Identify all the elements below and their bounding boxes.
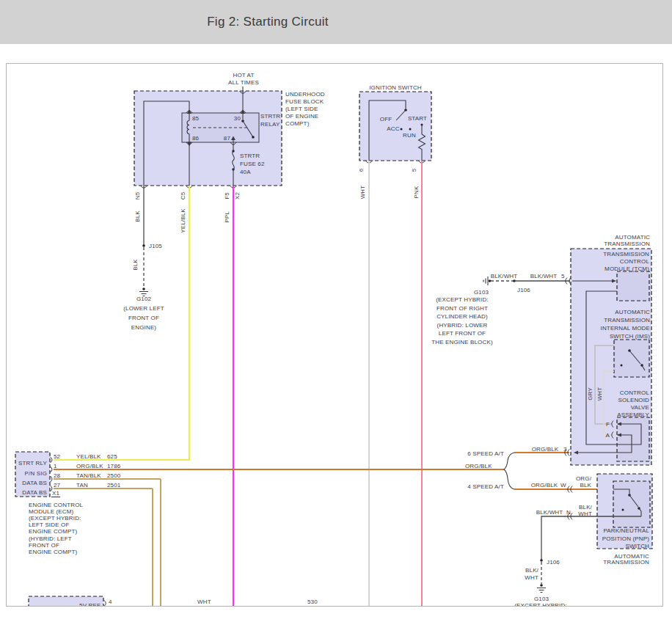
wire-label-blk: BLK — [134, 211, 141, 222]
ecm-name: LEFT SIDE OF — [29, 522, 69, 528]
wire-label-blk-wht: BLK/WHT — [536, 509, 563, 516]
relay-name: STRTR — [260, 113, 280, 120]
ecm-circuit: 625 — [107, 453, 117, 460]
ecm-wire-color: ORG/BLK — [76, 463, 103, 469]
ecm-signal: STRT RLY — [18, 460, 48, 466]
position-run: RUN — [403, 132, 416, 139]
pnp-name: SWITCH — [626, 543, 650, 549]
g103-bottom-ground: J106 BLK/ WHT G103 (EXCEPT HYBRID: — [514, 559, 566, 606]
solenoid-name: VALVE — [631, 404, 649, 411]
fuse-name: 40A — [240, 169, 251, 175]
relay-name: RELAY — [260, 121, 280, 128]
ecm-name: FRONT OF — [29, 542, 59, 549]
bottom-pin: 4 — [109, 599, 112, 605]
ims-inner-box — [614, 340, 649, 377]
wire-label-org-blk-stacked: ORG/ — [576, 475, 592, 482]
solenoid-name: ASSEMBLY — [617, 411, 649, 418]
fuse-block-name: OF ENGINE — [285, 113, 318, 120]
relay-pin-85: 85 — [192, 115, 200, 122]
ecm-signal: DATA BS — [22, 480, 47, 486]
fuse-block-name: COMPT) — [285, 120, 310, 127]
ecm-circuit: 1786 — [107, 463, 121, 469]
pin-3: 3 — [563, 446, 567, 453]
ecm-wire-color: TAN/BLK — [76, 472, 101, 479]
pin-w: W — [560, 482, 566, 489]
g103-label: G103 — [534, 596, 549, 602]
ims-name: INTERNAL MODE — [601, 325, 650, 332]
auto-trans-title: AUTOMATIC — [615, 234, 650, 241]
relay-pin-87: 87 — [224, 135, 231, 142]
solenoid-name: CONTROL — [620, 389, 650, 396]
hot-at-label: HOT AT — [233, 72, 254, 78]
split-brace — [504, 453, 514, 489]
ecm-circuit: 2501 — [107, 482, 121, 489]
pin-5: 5 — [411, 168, 417, 172]
pin-n: N — [566, 509, 571, 516]
position-off: OFF — [380, 116, 392, 122]
bottom-module: 5V REF 4 WHT 530 — [29, 596, 318, 606]
wire-label-blk-wht-stacked: WHT — [525, 574, 538, 581]
wiring-diagram-page: Fig 2: Starting Circuit — [0, 0, 672, 622]
pin-f5: F5 — [224, 192, 230, 200]
figure-header: Fig 2: Starting Circuit — [0, 0, 672, 44]
ecm-signal: P/N SIG — [25, 470, 47, 477]
ecm-connector-x1: X1 — [52, 490, 59, 497]
six-speed-label: 6 SPEED A/T — [467, 450, 504, 457]
relay-pin-30: 30 — [234, 115, 241, 122]
j105-label: J105 — [149, 243, 162, 249]
ecm-name: ENGINE CONTROL — [29, 502, 84, 508]
hot-at-label: ALL TIMES — [228, 79, 259, 86]
g103-location: (EXCEPT HYBRID: — [436, 296, 488, 303]
wire-label-blk-wht: BLK/WHT — [530, 273, 558, 279]
ground-icon — [139, 288, 148, 296]
wire-label-org-blk-stacked: BLK — [580, 482, 591, 489]
g103-location: THE ENGINE BLOCK) — [431, 339, 493, 345]
pnp-inner-box — [613, 481, 650, 527]
ecm-name: ENGINE COMPT) — [29, 549, 78, 555]
ecm-wire-color: TAN — [76, 482, 88, 489]
fuse-block-name: UNDERHOOD — [285, 91, 325, 98]
vertical-wires — [54, 161, 422, 606]
ecm-circuit: 2500 — [107, 472, 121, 479]
wire-label-blk-wht-stacked: BLK/ — [579, 504, 593, 511]
ecm-signal: DATA BS — [22, 489, 47, 496]
ecm: STRT RLY P/N SIG DATA BS DATA BS 52 1 28… — [15, 452, 504, 606]
four-speed-label: 4 SPEED A/T — [467, 483, 504, 490]
bottom-wire-color: WHT — [197, 599, 211, 605]
j106-label: J106 — [517, 287, 530, 293]
wire-label-blk-wht-stacked: WHT — [578, 511, 592, 517]
g102-location: ENGINE) — [131, 324, 157, 331]
pnp-name: PARK/NEUTRAL — [603, 527, 649, 534]
ecm-pin: 28 — [54, 472, 61, 479]
auto-trans-title: TRANSMISSION — [604, 241, 650, 247]
relay-pin-86: 86 — [192, 135, 200, 142]
j106-label: J106 — [547, 559, 560, 566]
fuse-block-name: FUSE BLOCK — [285, 98, 324, 105]
fuse-name: FUSE 62 — [240, 161, 265, 167]
wire-label-blk: BLK — [132, 259, 139, 271]
wire-label-pnk: PNK — [413, 186, 420, 198]
ground-icon-horizontal — [483, 277, 491, 285]
ecm-pin: 27 — [54, 482, 61, 489]
pin-6: 6 — [358, 168, 365, 172]
ecm-pin: 52 — [54, 453, 61, 460]
position-start: START — [408, 115, 427, 122]
g102-label: G102 — [136, 296, 152, 302]
g102-location: FRONT OF — [128, 315, 159, 321]
underhood-fuse-block: HOT AT ALL TIMES UNDERHOOD FUSE BLOCK (L… — [134, 72, 325, 233]
j106-splice — [540, 559, 543, 562]
pin-c5: C5 — [180, 191, 186, 200]
solenoid-name: SOLENOID — [618, 397, 649, 403]
diagram-canvas: HOT AT ALL TIMES UNDERHOOD FUSE BLOCK (L… — [6, 63, 663, 607]
wire-label-ppl: PPL — [224, 211, 230, 223]
solenoid-pin-f: F — [606, 421, 610, 428]
wire-label-wht: WHT — [359, 186, 366, 200]
j105-splice — [142, 244, 145, 247]
g102-ground: J105 BLK G102 (LOWER LEFT FRONT OF ENGIN… — [123, 243, 164, 331]
tcm-inner-box — [617, 271, 649, 301]
wire-label-org-blk: ORG/BLK — [465, 463, 492, 469]
ecm-name: MODULE (ECM) — [29, 508, 74, 515]
ignition-switch-title: IGNITION SWITCH — [369, 84, 422, 91]
g103-label: G103 — [474, 289, 489, 296]
wire-label-blk-wht-stacked: BLK/ — [525, 567, 539, 574]
